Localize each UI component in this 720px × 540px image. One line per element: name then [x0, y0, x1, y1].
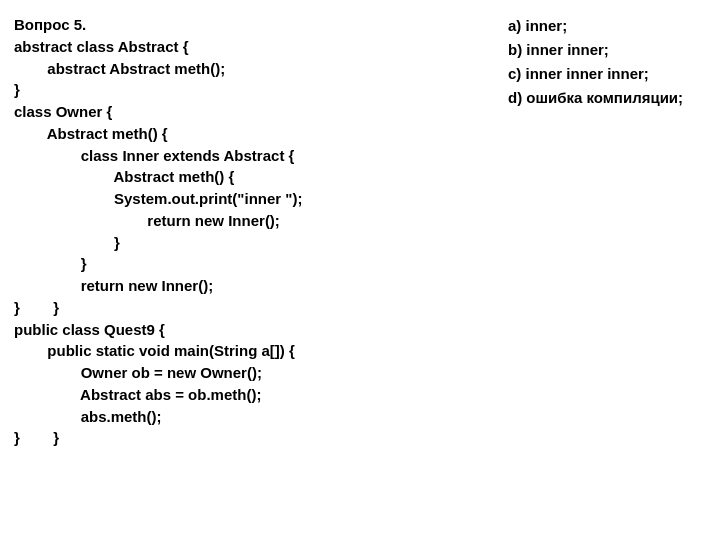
code-line-5: class Owner {	[14, 103, 112, 120]
code-line-16: public static void main(String a[]) {	[14, 342, 295, 359]
code-line-15: public class Quest9 {	[14, 321, 165, 338]
code-line-20: } }	[14, 429, 59, 446]
code-line-8: Abstract meth() {	[14, 168, 234, 185]
code-line-4: }	[14, 81, 20, 98]
answer-c: c) inner inner inner;	[508, 62, 702, 86]
code-line-14: } }	[14, 299, 59, 316]
code-line-6: Abstract meth() {	[14, 125, 168, 142]
answer-d: d) ошибка компиляции;	[508, 86, 702, 110]
answer-b: b) inner inner;	[508, 38, 702, 62]
code-line-12: }	[14, 255, 87, 272]
main-container: Вопрос 5. abstract class Abstract { abst…	[0, 0, 720, 540]
code-line-13: return new Inner();	[14, 277, 213, 294]
code-section: Вопрос 5. abstract class Abstract { abst…	[8, 10, 498, 530]
code-line-11: }	[14, 234, 120, 251]
code-line-3: abstract Abstract meth();	[14, 60, 225, 77]
code-line-10: return new Inner();	[14, 212, 280, 229]
code-line-19: abs.meth();	[14, 408, 162, 425]
code-line-9: System.out.print("inner ");	[14, 190, 302, 207]
answers-section: a) inner; b) inner inner; c) inner inner…	[498, 10, 712, 530]
code-line-18: Abstract abs = ob.meth();	[14, 386, 261, 403]
code-line-1: Вопрос 5.	[14, 16, 86, 33]
code-block: Вопрос 5. abstract class Abstract { abst…	[14, 14, 492, 449]
code-line-17: Owner ob = new Owner();	[14, 364, 262, 381]
answer-a: a) inner;	[508, 14, 702, 38]
code-line-2: abstract class Abstract {	[14, 38, 189, 55]
code-line-7: class Inner extends Abstract {	[14, 147, 294, 164]
